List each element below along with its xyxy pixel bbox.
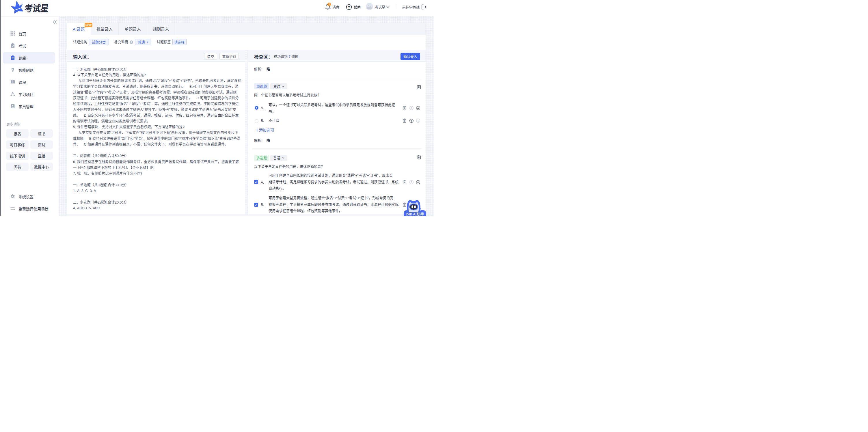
svg-text:?: ?: [348, 5, 350, 9]
svg-text:?: ?: [130, 41, 132, 43]
